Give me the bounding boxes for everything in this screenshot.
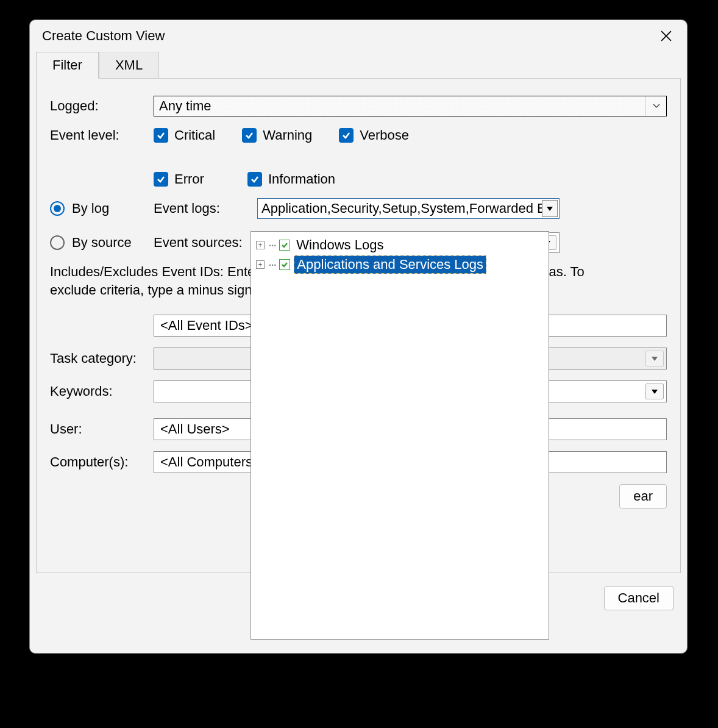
expand-icon[interactable]: + <box>256 241 265 249</box>
label-user: User: <box>50 421 154 437</box>
check-information[interactable]: Information <box>247 171 335 187</box>
dropdown-icon <box>645 351 664 366</box>
label-bysource: By source <box>72 235 132 251</box>
check-warning[interactable]: Warning <box>242 127 312 143</box>
check-verbose[interactable]: Verbose <box>339 127 409 143</box>
eventlogs-value: Application,Security,Setup,System,Forwar… <box>261 201 553 216</box>
label-eventlevel: Event level: <box>50 127 154 143</box>
tree-checkbox[interactable] <box>279 240 290 251</box>
checkbox-icon <box>154 128 168 143</box>
label-eventsources: Event sources: <box>154 235 257 251</box>
eventlogs-tree-popup: + ··· Windows Logs + ··· Applications an… <box>251 231 549 640</box>
logged-select[interactable]: Any time <box>154 96 667 116</box>
clear-button[interactable]: ear <box>619 484 667 509</box>
eventlevel-checks: Critical Warning Verbose Error <box>154 127 667 187</box>
titlebar: Create Custom View <box>30 20 687 49</box>
radio-bylog[interactable] <box>50 201 65 216</box>
checkbox-icon <box>242 128 257 143</box>
tree-node-apps-logs[interactable]: + ··· Applications and Services Logs <box>256 255 544 274</box>
tree-label-windows[interactable]: Windows Logs <box>294 237 386 254</box>
logged-value: Any time <box>159 98 211 114</box>
dropdown-icon <box>645 384 664 399</box>
tree-label-apps[interactable]: Applications and Services Logs <box>294 255 486 274</box>
dialog-window: Create Custom View Filter XML Logged: An… <box>29 20 688 654</box>
check-error[interactable]: Error <box>154 171 221 187</box>
label-taskcat: Task category: <box>50 351 154 366</box>
checkbox-icon <box>154 172 168 187</box>
tab-filter[interactable]: Filter <box>36 52 99 79</box>
dropdown-icon[interactable] <box>542 200 558 217</box>
radio-bysource[interactable] <box>50 235 65 250</box>
chevron-down-icon <box>645 96 666 116</box>
eventlogs-select[interactable]: Application,Security,Setup,System,Forwar… <box>257 198 560 219</box>
tree-node-windows-logs[interactable]: + ··· Windows Logs <box>256 235 544 255</box>
cancel-button[interactable]: Cancel <box>604 586 674 610</box>
label-computers: Computer(s): <box>50 454 154 470</box>
label-eventlogs: Event logs: <box>154 201 257 216</box>
dialog-title: Create Custom View <box>42 28 165 44</box>
label-logged: Logged: <box>50 98 154 114</box>
expand-icon[interactable]: + <box>256 260 265 269</box>
checkbox-icon <box>339 128 354 143</box>
label-keywords: Keywords: <box>50 384 154 399</box>
close-icon[interactable] <box>658 27 675 45</box>
tab-xml[interactable]: XML <box>99 52 159 79</box>
label-bylog: By log <box>72 201 109 216</box>
tree-checkbox[interactable] <box>279 259 290 270</box>
checkbox-icon <box>247 172 262 187</box>
tabs: Filter XML <box>36 52 687 79</box>
check-critical[interactable]: Critical <box>154 127 215 143</box>
